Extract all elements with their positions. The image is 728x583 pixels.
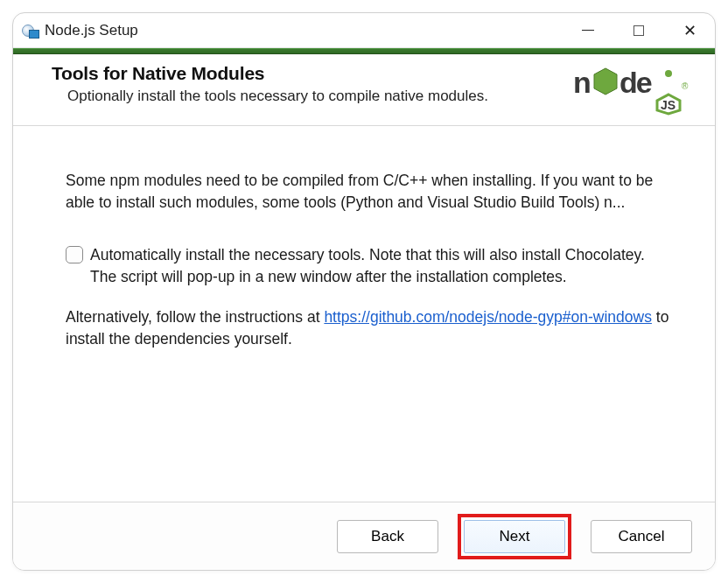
svg-text:de: de (620, 66, 652, 99)
window-controls: ✕ (563, 13, 715, 47)
next-button-label: Next (500, 528, 530, 545)
alt-text-pre: Alternatively, follow the instructions a… (66, 308, 324, 326)
cancel-button[interactable]: Cancel (591, 520, 692, 553)
maximize-button[interactable] (613, 13, 664, 47)
back-button[interactable]: Back (337, 520, 438, 553)
nodejs-logo-icon: n de JS ® (573, 58, 696, 116)
alternative-paragraph: Alternatively, follow the instructions a… (66, 306, 673, 349)
minimize-button[interactable] (563, 13, 613, 47)
titlebar: Node.js Setup ✕ (13, 13, 715, 48)
installer-window: Node.js Setup ✕ Tools for Native Modules… (12, 12, 716, 571)
intro-paragraph: Some npm modules need to be compiled fro… (66, 170, 673, 213)
svg-text:n: n (573, 66, 590, 99)
next-button[interactable]: Next (464, 520, 565, 553)
footer-section: Back Next Cancel (13, 502, 715, 570)
node-gyp-link[interactable]: https://github.com/nodejs/node-gyp#on-wi… (324, 308, 652, 326)
cancel-button-label: Cancel (619, 528, 665, 545)
window-title: Node.js Setup (45, 22, 138, 39)
svg-marker-1 (594, 68, 617, 95)
divider-bar (13, 48, 715, 54)
auto-install-checkbox[interactable] (66, 246, 83, 263)
close-button[interactable]: ✕ (664, 13, 715, 47)
auto-install-checkbox-row: Automatically install the necessary tool… (66, 244, 673, 287)
svg-point-3 (665, 70, 672, 77)
next-button-highlight: Next (458, 514, 571, 559)
auto-install-label: Automatically install the necessary tool… (90, 244, 673, 287)
installer-icon (22, 23, 38, 39)
svg-text:®: ® (682, 81, 689, 91)
back-button-label: Back (371, 528, 404, 545)
header-section: Tools for Native Modules Optionally inst… (13, 54, 715, 126)
svg-text:JS: JS (661, 98, 676, 112)
body-section: Some npm modules need to be compiled fro… (13, 126, 715, 502)
